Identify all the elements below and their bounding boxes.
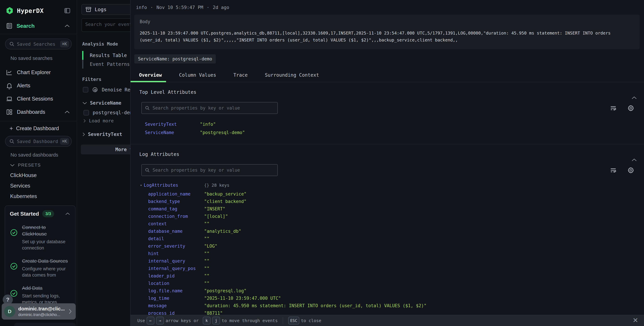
attribute-key[interactable]: SeverityText (145, 122, 177, 127)
attribute-key[interactable]: command_tag (148, 206, 177, 211)
attribute-value[interactable]: "2025-11-10 23:59:47.000 UTC" (204, 296, 281, 301)
attribute-value[interactable]: "LOG" (204, 244, 217, 249)
esc-key[interactable]: ESC (288, 317, 299, 324)
attribute-value[interactable]: "postgresql-demo" (200, 130, 245, 135)
nav-label: Dashboards (17, 109, 45, 115)
chevron-up-icon[interactable] (631, 158, 637, 162)
service-checkbox[interactable] (84, 110, 89, 115)
preset-services[interactable]: Services (0, 181, 77, 191)
attribute-key[interactable]: internal_query_pos (148, 266, 196, 271)
tab-overview[interactable]: Overview (139, 70, 162, 82)
sidebar-collapse-icon[interactable] (64, 7, 71, 14)
attribute-key[interactable]: message (148, 303, 167, 308)
chevron-up-icon[interactable] (64, 24, 70, 28)
presets-toggle[interactable]: PRESETS (10, 162, 77, 168)
sidebar-item-search[interactable]: Search (0, 22, 77, 30)
saved-searches-input[interactable]: ⌘K (5, 39, 72, 50)
nav-label: Alerts (17, 83, 30, 89)
preset-kubernetes[interactable]: Kubernetes (0, 191, 77, 202)
attribute-key[interactable]: application_name (148, 191, 190, 196)
attribute-key[interactable]: detail (148, 236, 164, 241)
attribute-value[interactable]: "" (204, 221, 209, 226)
sidebar-item-alerts[interactable]: Alerts (0, 79, 77, 92)
root-key[interactable]: LogAttributes (144, 183, 178, 188)
gear-icon[interactable] (627, 167, 634, 174)
attribute-key[interactable]: leader_pid (148, 273, 175, 278)
chevron-up-icon[interactable] (631, 96, 637, 100)
saved-dashboards-input[interactable]: ⌘K (5, 136, 72, 147)
arrow-right-key[interactable]: → (156, 317, 164, 324)
denoise-checkbox[interactable] (83, 87, 88, 92)
bottom-partial-card[interactable] (14, 323, 76, 326)
attribute-value[interactable]: "backup_service" (204, 191, 246, 196)
attribute-key[interactable]: hint (148, 251, 159, 256)
arrow-left-key[interactable]: ← (146, 317, 154, 324)
wrap-lines-icon[interactable] (610, 104, 617, 112)
attribute-key[interactable]: context (148, 221, 167, 226)
sidebar-header: HyperDX (0, 0, 77, 15)
attribute-value[interactable]: "INSERT" (204, 206, 225, 211)
attribute-value[interactable]: "client backend" (204, 199, 246, 204)
get-started-step[interactable]: Add Data Start sending logs, metrics, or… (10, 285, 70, 305)
tab-column-values[interactable]: Column Values (179, 70, 216, 82)
saved-searches-field[interactable] (17, 42, 58, 47)
attribute-key[interactable]: internal_query (148, 258, 185, 263)
attribute-value[interactable]: "" (204, 273, 209, 278)
attribute-row: connection_from "[local]" (130, 213, 644, 220)
attribute-key[interactable]: connection_from (148, 214, 188, 219)
attribute-row: backend_type "client backend" (130, 198, 644, 205)
attribute-value[interactable]: "" (204, 281, 209, 286)
body-text[interactable]: 2025-11-10 23:59:47.000 UTC,postgres,ana… (140, 30, 634, 44)
sidebar-item-dashboards[interactable]: Dashboards (0, 105, 77, 119)
get-started-step[interactable]: Connect to ClickHouse Set up your databa… (10, 224, 70, 251)
close-icon[interactable]: ✕ (632, 317, 638, 324)
brand[interactable]: HyperDX (6, 7, 44, 15)
help-button[interactable]: ? (3, 294, 13, 305)
attribute-value[interactable]: "" (204, 236, 209, 241)
attribute-key[interactable]: database_name (148, 229, 183, 234)
property-search-field[interactable] (152, 168, 274, 173)
attribute-key[interactable]: error_severity (148, 244, 185, 249)
property-search-box[interactable] (142, 102, 278, 114)
source-select-value: Logs (95, 7, 106, 12)
attribute-key[interactable]: backend_type (148, 199, 180, 204)
sidebar-divider (0, 34, 77, 34)
tab-trace[interactable]: Trace (234, 70, 248, 82)
attribute-value[interactable]: "" (204, 266, 209, 271)
top-level-attributes-section: Top Level Attributes (130, 89, 644, 144)
j-key[interactable]: j (212, 317, 220, 324)
group-label: SeverityText (88, 132, 122, 137)
saved-dashboards-field[interactable] (17, 139, 58, 144)
attribute-key[interactable]: log.file.name (148, 288, 183, 293)
log-attributes-root-row[interactable]: ▾ LogAttributes {}28 keys (130, 181, 644, 190)
chevron-up-icon[interactable] (64, 110, 70, 114)
property-search-box[interactable] (142, 164, 278, 176)
get-started-step[interactable]: Create Data Sources Configure where your… (10, 258, 70, 278)
attribute-value[interactable]: "[local]" (204, 214, 228, 219)
attribute-value[interactable]: "info" (200, 122, 216, 127)
attribute-value[interactable]: "analytics_db" (204, 229, 241, 234)
attribute-key[interactable]: ServiceName (145, 130, 174, 135)
tab-surrounding-context[interactable]: Surrounding Context (265, 70, 319, 82)
detail-footer: Use ← → arrow keys or k j to move throug… (130, 315, 644, 326)
attribute-value[interactable]: "" (204, 258, 209, 263)
attribute-key[interactable]: log_time (148, 296, 169, 301)
sidebar-item-client-sessions[interactable]: Client Sessions (0, 92, 77, 105)
k-key[interactable]: k (203, 317, 210, 324)
property-search-field[interactable] (152, 105, 274, 111)
create-dashboard-button[interactable]: + Create Dashboard (0, 121, 77, 133)
attribute-row: internal_query_pos "" (130, 265, 644, 272)
sidebar-item-chart-explorer[interactable]: Chart Explorer (0, 66, 77, 79)
attribute-value[interactable]: "" (204, 251, 209, 256)
chevron-up-icon[interactable] (65, 212, 70, 215)
wrap-lines-icon[interactable] (610, 167, 617, 174)
preset-clickhouse[interactable]: ClickHouse (0, 170, 77, 181)
attribute-value[interactable]: "postgresql.log" (204, 288, 246, 293)
attribute-row: command_tag "INSERT" (130, 205, 644, 213)
attribute-key[interactable]: location (148, 281, 169, 286)
caret-down-icon[interactable]: ▾ (140, 183, 142, 187)
attribute-value[interactable]: "duration: 45.950 ms statement: INSERT I… (204, 303, 426, 308)
service-name-tag[interactable]: ServiceName: postgresql-demo (134, 54, 216, 64)
user-account-chip[interactable]: D dominic.tran@clic... dominic.tran@clic… (2, 303, 76, 319)
gear-icon[interactable] (627, 104, 634, 112)
